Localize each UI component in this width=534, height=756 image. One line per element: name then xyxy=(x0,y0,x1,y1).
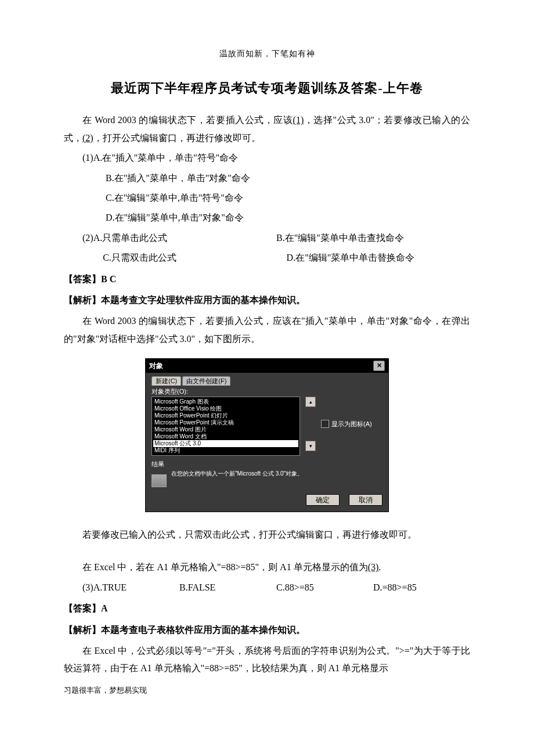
blank-1: (1) xyxy=(293,115,304,125)
q3-option-a: (3)A.TRUE xyxy=(82,579,179,596)
question-1-stem: 在 Word 2003 的编辑状态下，若要插入公式，应该(1)，选择"公式 3.… xyxy=(64,111,470,147)
ok-button[interactable]: 确定 xyxy=(306,494,340,506)
q3-option-c: C.88>=85 xyxy=(276,579,373,596)
list-item[interactable]: Microsoft Word 图片 xyxy=(153,426,298,433)
tab-from-file[interactable]: 由文件创建(F) xyxy=(182,376,230,386)
q3-text-a: 在 Excel 中，若在 A1 单元格输入"=88>=85"，则 A1 单元格显… xyxy=(82,562,368,572)
answer-2: 【答案】A xyxy=(64,600,470,617)
list-item[interactable]: Microsoft Graph 图表 xyxy=(153,398,298,405)
q3-text-b: . xyxy=(378,562,381,572)
q1-text-c: ，打开公式编辑窗口，再进行修改即可。 xyxy=(93,133,261,143)
q2-option-d: D.在"编辑"菜单中单击替换命令 xyxy=(287,249,470,267)
tab-new[interactable]: 新建(C) xyxy=(151,376,181,386)
object-dialog-figure: 对象 ✕ 新建(C) 由文件创建(F) 对象类型(O): Microsoft G… xyxy=(145,358,389,512)
analysis-1-head: 【解析】本题考查文字处理软件应用方面的基本操作知识。 xyxy=(64,291,470,309)
q1-option-a: (1)A.在"插入"菜单中，单击"符号"命令 xyxy=(64,149,470,167)
result-label: 结果 xyxy=(151,460,383,468)
blank-3: (3) xyxy=(368,562,379,572)
analysis-2-head: 【解析】本题考查电子表格软件应用方面的基本操作知识。 xyxy=(64,621,470,639)
close-icon[interactable]: ✕ xyxy=(373,361,385,371)
show-as-icon-label: 显示为图标(A) xyxy=(331,420,372,428)
q3-option-b: B.FALSE xyxy=(179,579,276,596)
q2-option-c: C.只需双击此公式 xyxy=(82,249,287,267)
footer-note: 习题很丰富，梦想易实现 xyxy=(64,683,470,698)
list-item[interactable]: Microsoft Office Visio 绘图 xyxy=(153,405,298,412)
show-as-icon-checkbox[interactable] xyxy=(321,420,329,428)
analysis-1-p2: 若要修改已输入的公式，只需双击此公式，打开公式编辑窗口，再进行修改即可。 xyxy=(64,526,470,543)
cancel-button[interactable]: 取消 xyxy=(349,494,383,506)
object-type-listbox[interactable]: Microsoft Graph 图表 Microsoft Office Visi… xyxy=(151,397,300,456)
result-text: 在您的文档中插入一个新"Microsoft 公式 3.0"对象。 xyxy=(171,470,303,477)
list-item[interactable]: Microsoft Word 文档 xyxy=(153,433,298,440)
page-title: 最近两下半年程序员考试专项考题训练及答案-上午卷 xyxy=(64,76,470,100)
q1-option-c: C.在"编辑"菜单中,单击"符号"命令 xyxy=(64,189,470,207)
listbox-scrollbar[interactable]: ▴ ▾ xyxy=(306,397,315,451)
blank-2: (2) xyxy=(82,133,93,143)
analysis-2-p1: 在 Excel 中，公式必须以等号"="开头，系统将号后面的字符串识别为公式。"… xyxy=(64,642,470,678)
result-icon xyxy=(151,474,167,487)
q1-option-b: B.在"插入"菜单中，单击"对象"命令 xyxy=(64,170,470,187)
list-item[interactable]: Microsoft PowerPoint 幻灯片 xyxy=(153,412,298,419)
question-3-stem: 在 Excel 中，若在 A1 单元格输入"=88>=85"，则 A1 单元格显… xyxy=(64,559,470,576)
answer-1: 【答案】B C xyxy=(64,271,470,288)
header-note: 温故而知新，下笔如有神 xyxy=(64,46,470,62)
dialog-title: 对象 xyxy=(149,362,163,370)
q1-option-d: D.在"编辑"菜单中,单击"对象"命令 xyxy=(64,209,470,226)
q1-text-a: 在 Word 2003 的编辑状态下，若要插入公式，应该 xyxy=(82,115,293,125)
q2-option-a: (2)A.只需单击此公式 xyxy=(82,229,276,247)
list-item[interactable]: Microsoft PowerPoint 演示文稿 xyxy=(153,419,298,426)
list-item[interactable]: MIDI 序列 xyxy=(153,447,298,454)
analysis-1-p1: 在 Word 2003 的编辑状态下，若要插入公式，应该在"插入"菜单中，单击"… xyxy=(64,312,470,348)
object-type-label: 对象类型(O): xyxy=(151,388,383,395)
list-item-selected[interactable]: Microsoft 公式 3.0 xyxy=(153,440,298,447)
scroll-down-icon[interactable]: ▾ xyxy=(305,441,316,451)
q3-option-d: D.=88>=85 xyxy=(373,579,470,596)
scroll-up-icon[interactable]: ▴ xyxy=(305,397,316,407)
q2-option-b: B.在"编辑"菜单中单击查找命令 xyxy=(276,229,470,247)
